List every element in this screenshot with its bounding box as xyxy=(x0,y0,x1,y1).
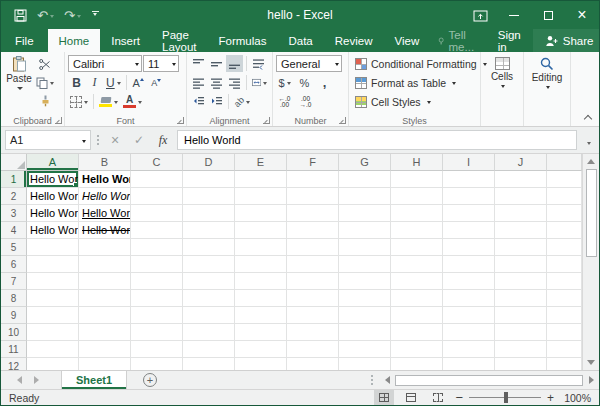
cell-I9[interactable] xyxy=(443,307,495,324)
undo-button[interactable]: ↶ xyxy=(34,8,57,23)
number-dialog-launcher-icon[interactable] xyxy=(339,117,346,124)
cell-E10[interactable] xyxy=(235,324,287,341)
cell-B6[interactable] xyxy=(79,256,131,273)
cell-stub-10[interactable] xyxy=(547,324,582,341)
cell-A11[interactable] xyxy=(27,341,79,358)
fill-color-dropdown-icon[interactable] xyxy=(114,101,118,106)
cell-stub-12[interactable] xyxy=(547,358,582,370)
cell-G1[interactable] xyxy=(339,171,391,188)
cell-stub-9[interactable] xyxy=(547,307,582,324)
cell-I4[interactable] xyxy=(443,222,495,239)
cell-stub-5[interactable] xyxy=(547,239,582,256)
percent-format-button[interactable]: % xyxy=(296,74,313,91)
italic-button[interactable]: I xyxy=(86,74,103,91)
tab-insert[interactable]: Insert xyxy=(100,29,151,52)
column-header-B[interactable]: B xyxy=(79,154,131,171)
merge-center-button[interactable] xyxy=(250,74,269,91)
paste-button[interactable]: Paste xyxy=(4,54,34,113)
cell-F10[interactable] xyxy=(287,324,339,341)
zoom-out-button[interactable]: − xyxy=(455,390,463,405)
bold-button[interactable]: B xyxy=(68,74,85,91)
cell-E9[interactable] xyxy=(235,307,287,324)
share-button[interactable]: Share xyxy=(533,29,600,52)
align-bottom-button[interactable] xyxy=(226,55,243,72)
cell-I1[interactable] xyxy=(443,171,495,188)
cell-F12[interactable] xyxy=(287,358,339,370)
formula-bar-grip[interactable] xyxy=(95,135,101,145)
cell-C5[interactable] xyxy=(131,239,183,256)
cell-G12[interactable] xyxy=(339,358,391,370)
cell-D10[interactable] xyxy=(183,324,235,341)
new-sheet-button[interactable]: + xyxy=(143,373,157,387)
horizontal-scrollbar[interactable] xyxy=(371,371,599,389)
cell-F6[interactable] xyxy=(287,256,339,273)
save-icon[interactable] xyxy=(11,9,30,22)
cell-G10[interactable] xyxy=(339,324,391,341)
grow-font-button[interactable]: A xyxy=(130,74,147,91)
zoom-in-button[interactable]: + xyxy=(547,391,554,405)
cell-F5[interactable] xyxy=(287,239,339,256)
cell-J7[interactable] xyxy=(495,273,547,290)
cell-H8[interactable] xyxy=(391,290,443,307)
font-dialog-launcher-icon[interactable] xyxy=(177,117,184,124)
scroll-up-button[interactable] xyxy=(583,154,599,169)
font-name-select[interactable]: Calibri xyxy=(68,55,142,72)
cell-E1[interactable] xyxy=(235,171,287,188)
cell-G7[interactable] xyxy=(339,273,391,290)
cell-stub-8[interactable] xyxy=(547,290,582,307)
cell-D3[interactable] xyxy=(183,205,235,222)
cell-D9[interactable] xyxy=(183,307,235,324)
cell-D7[interactable] xyxy=(183,273,235,290)
name-box[interactable]: A1 xyxy=(5,130,91,150)
cell-F9[interactable] xyxy=(287,307,339,324)
cell-E5[interactable] xyxy=(235,239,287,256)
cell-H1[interactable] xyxy=(391,171,443,188)
row-header-3[interactable]: 3 xyxy=(1,205,27,222)
cell-B11[interactable] xyxy=(79,341,131,358)
cell-C11[interactable] xyxy=(131,341,183,358)
cell-J5[interactable] xyxy=(495,239,547,256)
customize-qat-button[interactable] xyxy=(88,11,103,19)
column-header-I[interactable]: I xyxy=(443,154,495,171)
increase-indent-button[interactable] xyxy=(208,93,225,110)
page-break-view-button[interactable] xyxy=(428,390,448,405)
column-header-E[interactable]: E xyxy=(235,154,287,171)
tab-review[interactable]: Review xyxy=(324,29,384,52)
cell-A8[interactable] xyxy=(27,290,79,307)
cell-A4[interactable]: Hello World xyxy=(27,222,79,239)
tab-data[interactable]: Data xyxy=(277,29,323,52)
cell-F8[interactable] xyxy=(287,290,339,307)
normal-view-button[interactable] xyxy=(374,390,394,405)
column-header-D[interactable]: D xyxy=(183,154,235,171)
collapse-ribbon-icon[interactable] xyxy=(584,115,592,123)
sheet-tab-sheet1[interactable]: Sheet1 xyxy=(61,371,127,389)
cell-F1[interactable] xyxy=(287,171,339,188)
cell-I3[interactable] xyxy=(443,205,495,222)
cell-H3[interactable] xyxy=(391,205,443,222)
font-color-button[interactable]: A xyxy=(121,93,144,110)
maximize-button[interactable] xyxy=(531,1,565,29)
cell-G2[interactable] xyxy=(339,188,391,205)
copy-button[interactable] xyxy=(34,74,56,91)
cell-G9[interactable] xyxy=(339,307,391,324)
cell-I12[interactable] xyxy=(443,358,495,370)
minimize-button[interactable] xyxy=(497,1,531,29)
cell-stub-6[interactable] xyxy=(547,256,582,273)
ribbon-display-options-button[interactable] xyxy=(463,1,497,29)
cell-H5[interactable] xyxy=(391,239,443,256)
cell-A10[interactable] xyxy=(27,324,79,341)
title-bar[interactable]: ↶ ↷ hello - Excel × xyxy=(1,1,599,29)
cell-G8[interactable] xyxy=(339,290,391,307)
cell-H10[interactable] xyxy=(391,324,443,341)
column-header-J[interactable]: J xyxy=(495,154,547,171)
cell-B5[interactable] xyxy=(79,239,131,256)
cell-C10[interactable] xyxy=(131,324,183,341)
cell-H2[interactable] xyxy=(391,188,443,205)
cell-A12[interactable] xyxy=(27,358,79,370)
tell-me-box[interactable]: Tell me... xyxy=(430,29,486,52)
cell-D5[interactable] xyxy=(183,239,235,256)
enter-button[interactable]: ✓ xyxy=(129,130,149,150)
row-header-2[interactable]: 2 xyxy=(1,188,27,205)
cell-I2[interactable] xyxy=(443,188,495,205)
vertical-scrollbar[interactable] xyxy=(582,154,599,370)
